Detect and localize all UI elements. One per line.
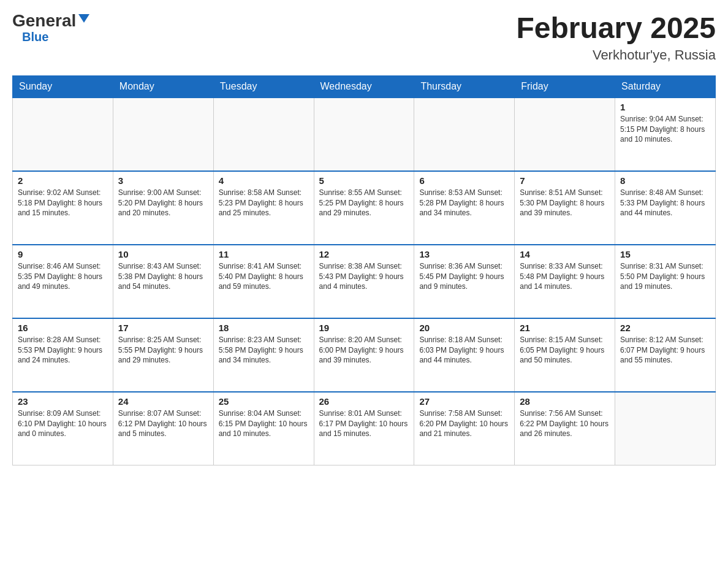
day-info: Sunrise: 7:58 AM Sunset: 6:20 PM Dayligh… [419,408,509,439]
weekday-header: Monday [113,75,213,98]
day-info: Sunrise: 8:23 AM Sunset: 5:58 PM Dayligh… [219,335,309,366]
day-number: 20 [419,323,509,333]
calendar-cell [13,98,113,171]
day-info: Sunrise: 8:41 AM Sunset: 5:40 PM Dayligh… [219,261,309,292]
weekday-header: Sunday [13,75,113,98]
day-number: 4 [219,175,309,186]
day-info: Sunrise: 8:31 AM Sunset: 5:50 PM Dayligh… [620,261,710,292]
day-number: 28 [520,396,610,407]
day-info: Sunrise: 8:33 AM Sunset: 5:48 PM Dayligh… [520,261,610,292]
calendar-cell: 2Sunrise: 9:02 AM Sunset: 5:18 PM Daylig… [13,171,113,245]
day-info: Sunrise: 8:38 AM Sunset: 5:43 PM Dayligh… [319,261,409,292]
calendar-cell: 19Sunrise: 8:20 AM Sunset: 6:00 PM Dayli… [314,318,414,392]
calendar-cell [414,98,515,171]
calendar-cell: 18Sunrise: 8:23 AM Sunset: 5:58 PM Dayli… [213,318,314,392]
weekday-header: Thursday [414,75,515,98]
day-info: Sunrise: 8:07 AM Sunset: 6:12 PM Dayligh… [118,408,208,439]
day-info: Sunrise: 8:09 AM Sunset: 6:10 PM Dayligh… [18,408,108,439]
day-number: 13 [419,249,509,259]
calendar-week-row: 16Sunrise: 8:28 AM Sunset: 5:53 PM Dayli… [13,318,716,392]
day-number: 23 [18,396,108,407]
calendar-cell [615,392,716,465]
calendar-cell: 25Sunrise: 8:04 AM Sunset: 6:15 PM Dayli… [213,392,314,465]
day-number: 22 [620,323,710,333]
calendar-cell: 12Sunrise: 8:38 AM Sunset: 5:43 PM Dayli… [314,245,414,318]
day-info: Sunrise: 8:01 AM Sunset: 6:17 PM Dayligh… [319,408,409,439]
calendar-week-row: 9Sunrise: 8:46 AM Sunset: 5:35 PM Daylig… [13,245,716,318]
calendar-cell: 1Sunrise: 9:04 AM Sunset: 5:15 PM Daylig… [615,98,716,171]
calendar-cell: 22Sunrise: 8:12 AM Sunset: 6:07 PM Dayli… [615,318,716,392]
calendar-cell: 23Sunrise: 8:09 AM Sunset: 6:10 PM Dayli… [13,392,113,465]
day-number: 11 [219,249,309,259]
day-number: 6 [419,175,509,186]
calendar-cell: 21Sunrise: 8:15 AM Sunset: 6:05 PM Dayli… [515,318,615,392]
calendar-cell: 6Sunrise: 8:53 AM Sunset: 5:28 PM Daylig… [414,171,515,245]
logo-general: General [12,12,76,29]
day-info: Sunrise: 9:04 AM Sunset: 5:15 PM Dayligh… [620,114,710,145]
title-block: February 2025 Verkhotur'ye, Russia [516,12,716,63]
weekday-header: Friday [515,75,615,98]
day-number: 17 [118,323,208,333]
day-number: 7 [520,175,610,186]
day-info: Sunrise: 8:20 AM Sunset: 6:00 PM Dayligh… [319,335,409,366]
calendar-cell: 16Sunrise: 8:28 AM Sunset: 5:53 PM Dayli… [13,318,113,392]
day-info: Sunrise: 8:25 AM Sunset: 5:55 PM Dayligh… [118,335,208,366]
day-number: 19 [319,323,409,333]
day-number: 8 [620,175,710,186]
weekday-header: Wednesday [314,75,414,98]
weekday-header: Tuesday [213,75,314,98]
day-number: 16 [18,323,108,333]
calendar-cell [213,98,314,171]
day-info: Sunrise: 8:53 AM Sunset: 5:28 PM Dayligh… [419,188,509,218]
day-info: Sunrise: 8:12 AM Sunset: 6:07 PM Dayligh… [620,335,710,366]
day-number: 14 [520,249,610,259]
day-number: 21 [520,323,610,333]
calendar-cell [515,98,615,171]
day-number: 27 [419,396,509,407]
day-number: 12 [319,249,409,259]
logo-blue: Blue [22,31,48,43]
calendar-cell: 28Sunrise: 7:56 AM Sunset: 6:22 PM Dayli… [515,392,615,465]
day-number: 18 [219,323,309,333]
calendar-cell: 27Sunrise: 7:58 AM Sunset: 6:20 PM Dayli… [414,392,515,465]
day-number: 3 [118,175,208,186]
logo: General Blue [12,12,89,43]
day-number: 2 [18,175,108,186]
day-info: Sunrise: 8:04 AM Sunset: 6:15 PM Dayligh… [219,408,309,439]
day-info: Sunrise: 8:18 AM Sunset: 6:03 PM Dayligh… [419,335,509,366]
day-info: Sunrise: 8:15 AM Sunset: 6:05 PM Dayligh… [520,335,610,366]
calendar-week-row: 2Sunrise: 9:02 AM Sunset: 5:18 PM Daylig… [13,171,716,245]
day-info: Sunrise: 9:00 AM Sunset: 5:20 PM Dayligh… [118,188,208,218]
calendar-cell: 26Sunrise: 8:01 AM Sunset: 6:17 PM Dayli… [314,392,414,465]
day-number: 26 [319,396,409,407]
day-number: 9 [18,249,108,259]
calendar-cell: 5Sunrise: 8:55 AM Sunset: 5:25 PM Daylig… [314,171,414,245]
weekday-header: Saturday [615,75,716,98]
calendar-cell: 20Sunrise: 8:18 AM Sunset: 6:03 PM Dayli… [414,318,515,392]
calendar-cell: 3Sunrise: 9:00 AM Sunset: 5:20 PM Daylig… [113,171,213,245]
day-number: 10 [118,249,208,259]
calendar-week-row: 23Sunrise: 8:09 AM Sunset: 6:10 PM Dayli… [13,392,716,465]
day-info: Sunrise: 8:43 AM Sunset: 5:38 PM Dayligh… [118,261,208,292]
page-header: General Blue February 2025 Verkhotur'ye,… [12,12,716,63]
day-number: 15 [620,249,710,259]
day-info: Sunrise: 8:51 AM Sunset: 5:30 PM Dayligh… [520,188,610,218]
day-info: Sunrise: 8:55 AM Sunset: 5:25 PM Dayligh… [319,188,409,218]
day-info: Sunrise: 8:48 AM Sunset: 5:33 PM Dayligh… [620,188,710,218]
calendar-cell [314,98,414,171]
day-number: 1 [620,102,710,112]
day-info: Sunrise: 8:36 AM Sunset: 5:45 PM Dayligh… [419,261,509,292]
calendar-cell [113,98,213,171]
month-title: February 2025 [516,12,716,45]
calendar-header-row: SundayMondayTuesdayWednesdayThursdayFrid… [13,75,716,98]
logo-arrow-icon [78,14,89,25]
day-number: 25 [219,396,309,407]
day-info: Sunrise: 8:58 AM Sunset: 5:23 PM Dayligh… [219,188,309,218]
day-number: 24 [118,396,208,407]
svg-marker-0 [78,14,89,23]
day-number: 5 [319,175,409,186]
day-info: Sunrise: 8:28 AM Sunset: 5:53 PM Dayligh… [18,335,108,366]
calendar-cell: 15Sunrise: 8:31 AM Sunset: 5:50 PM Dayli… [615,245,716,318]
day-info: Sunrise: 8:46 AM Sunset: 5:35 PM Dayligh… [18,261,108,292]
calendar-cell: 4Sunrise: 8:58 AM Sunset: 5:23 PM Daylig… [213,171,314,245]
